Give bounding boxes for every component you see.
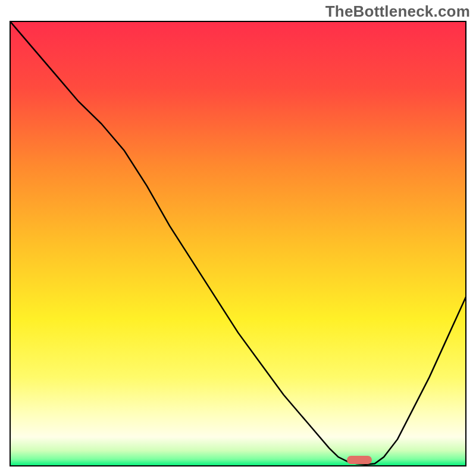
watermark-text: TheBottleneck.com (325, 2, 470, 21)
chart-svg (0, 0, 476, 476)
gradient-plot-area (10, 21, 466, 466)
chart-stage: TheBottleneck.com (0, 0, 476, 476)
